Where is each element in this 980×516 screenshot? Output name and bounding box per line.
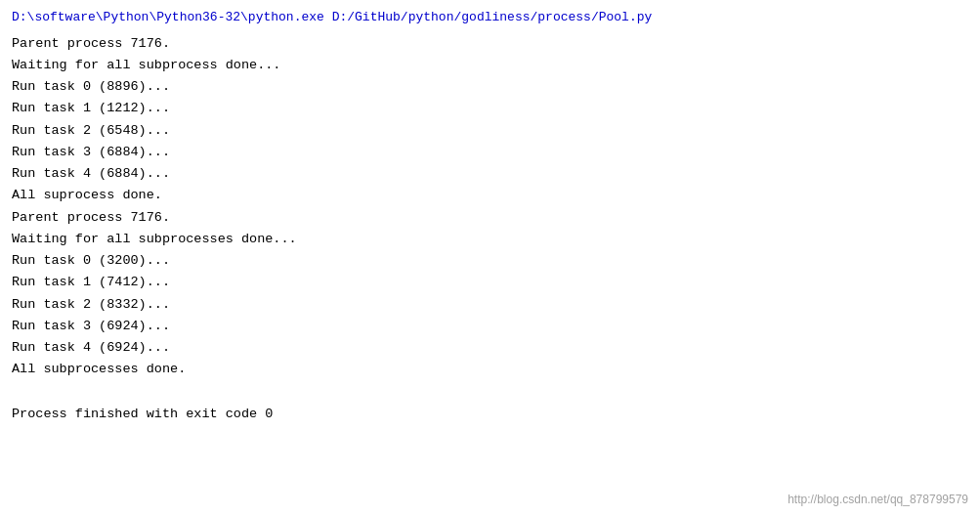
output-line-9: Waiting for all subprocesses done...: [12, 229, 968, 250]
output-line-10: Run task 0 (3200)...: [12, 250, 968, 272]
output-line-8: Parent process 7176.: [12, 207, 968, 229]
output-line-13: Run task 3 (6924)...: [12, 316, 968, 337]
output-line-11: Run task 1 (7412)...: [12, 272, 968, 293]
output-line-2: Run task 0 (8896)...: [12, 76, 968, 98]
output-line-0: Parent process 7176.: [12, 33, 968, 55]
output-line-12: Run task 2 (8332)...: [12, 294, 968, 316]
watermark: http://blog.csdn.net/qq_878799579: [788, 493, 968, 506]
blank-line: [12, 381, 968, 404]
output-line-5: Run task 3 (6884)...: [12, 142, 968, 163]
output-line-7: All suprocess done.: [12, 185, 968, 206]
output-line-15: All subprocesses done.: [12, 359, 968, 380]
command-line: D:\software\Python\Python36-32\python.ex…: [12, 8, 968, 27]
output-line-14: Run task 4 (6924)...: [12, 337, 968, 359]
output-line-3: Run task 1 (1212)...: [12, 98, 968, 119]
output-line-4: Run task 2 (6548)...: [12, 120, 968, 142]
output-line-1: Waiting for all subprocess done...: [12, 55, 968, 76]
terminal-container: D:\software\Python\Python36-32\python.ex…: [0, 0, 980, 516]
output-line-6: Run task 4 (6884)...: [12, 163, 968, 185]
footer-line: Process finished with exit code 0: [12, 404, 968, 425]
